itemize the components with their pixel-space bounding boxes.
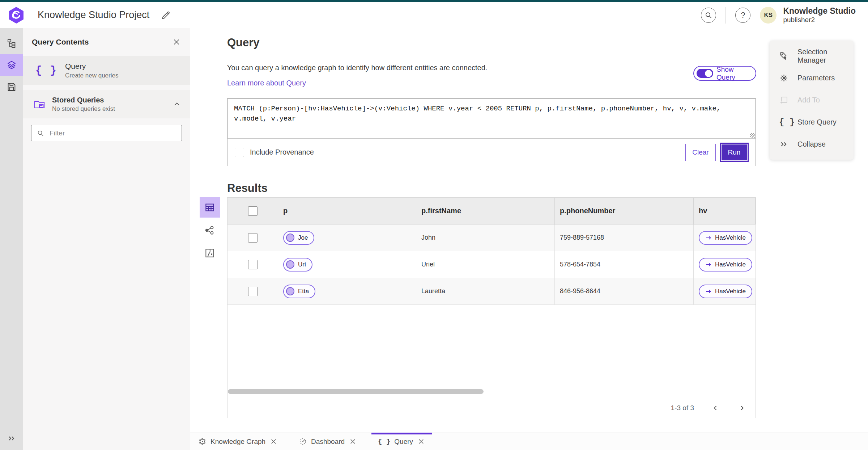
- parameters-button[interactable]: Parameters: [770, 67, 854, 89]
- query-editor[interactable]: MATCH (p:Person)-[hv:HasVehicle]->(v:Veh…: [227, 99, 756, 138]
- table-row[interactable]: Joe John 759-889-57168 HasVehicle: [227, 224, 756, 251]
- filter-box: [31, 125, 182, 141]
- tab-query[interactable]: { } Query: [377, 433, 426, 450]
- menu-item-label: Selection Manager: [797, 48, 854, 64]
- cell-value: Lauretta: [421, 287, 445, 295]
- panel-item-query[interactable]: { } Query Create new queries: [23, 56, 190, 85]
- map-view-icon: [204, 247, 216, 259]
- gear-icon: [779, 73, 789, 83]
- view-graph-button[interactable]: [200, 220, 220, 240]
- row-checkbox[interactable]: [248, 260, 258, 269]
- panel-header: Query Contents: [23, 28, 190, 56]
- edge-pill[interactable]: HasVehicle: [699, 285, 752, 298]
- node-icon: [286, 234, 294, 242]
- chevron-up-icon[interactable]: [173, 100, 181, 109]
- query-tools-menu: Selection Manager Parameters Add To { } …: [770, 41, 854, 160]
- node-label: Joe: [298, 234, 308, 241]
- arrow-right-icon: [705, 288, 712, 295]
- tab-knowledge-graph[interactable]: Knowledge Graph: [197, 433, 278, 450]
- node-pill[interactable]: Uri: [283, 258, 312, 272]
- select-all-checkbox[interactable]: [248, 206, 258, 216]
- edge-pill[interactable]: HasVehicle: [699, 258, 752, 272]
- user-name: Knowledge Studio: [783, 6, 856, 16]
- firstname-cell: Uriel: [416, 251, 555, 278]
- avatar[interactable]: KS: [760, 7, 776, 24]
- store-query-button[interactable]: { } Store Query: [770, 111, 854, 133]
- node-cell: Joe: [278, 224, 416, 251]
- cell-value: John: [421, 234, 435, 241]
- edge-label: HasVehicle: [715, 288, 746, 295]
- rail-item-save[interactable]: [0, 76, 23, 98]
- filter-input[interactable]: [49, 129, 176, 138]
- stored-queries-section[interactable]: Stored Queries No stored queries exist: [23, 90, 190, 118]
- row-checkbox[interactable]: [248, 287, 258, 296]
- resize-handle[interactable]: [750, 133, 755, 138]
- pagination-range: 1-3 of 3: [671, 404, 694, 412]
- view-map-button[interactable]: [200, 243, 220, 263]
- scrollbar-thumb[interactable]: [228, 389, 484, 394]
- stored-queries-description: No stored queries exist: [52, 105, 115, 113]
- column-header-firstname[interactable]: p.firstName: [416, 198, 555, 224]
- search-icon: [704, 11, 713, 20]
- edge-pill[interactable]: HasVehicle: [699, 231, 752, 245]
- braces-icon: { }: [779, 117, 789, 127]
- collapse-button[interactable]: Collapse: [770, 133, 854, 155]
- panel-item-description: Create new queries: [65, 72, 118, 79]
- panel-title: Query Contents: [32, 38, 89, 46]
- show-query-toggle[interactable]: Show Query: [693, 66, 756, 81]
- rail-item-layers[interactable]: [0, 54, 23, 76]
- arrow-right-icon: [705, 261, 712, 268]
- close-tab-icon[interactable]: [349, 437, 357, 446]
- column-header-phonenumber[interactable]: p.phoneNumber: [555, 198, 694, 224]
- action-buttons: Clear Run: [685, 144, 749, 161]
- cell-value: 578-654-7854: [560, 261, 600, 268]
- main-content: Query You can query a knowledge graph to…: [190, 28, 868, 433]
- run-button[interactable]: Run: [721, 144, 748, 161]
- rail-item-hierarchy[interactable]: [0, 33, 23, 54]
- clear-button[interactable]: Clear: [685, 144, 716, 161]
- close-tab-icon[interactable]: [269, 437, 278, 446]
- learn-more-link[interactable]: Learn more about Query: [227, 79, 306, 87]
- row-checkbox[interactable]: [248, 233, 258, 243]
- firstname-cell: John: [416, 224, 555, 251]
- row-select-cell: [227, 278, 278, 304]
- horizontal-scrollbar: [228, 389, 756, 394]
- expand-rail-button[interactable]: [0, 430, 23, 446]
- query-page-title: Query: [227, 36, 260, 49]
- query-editor-box: MATCH (p:Person)-[hv:HasVehicle]->(v:Veh…: [227, 98, 756, 139]
- app-window: Knowledge Studio Project ? KS Knowledge …: [0, 0, 868, 450]
- table-row[interactable]: Etta Lauretta 846-956-8644 HasVehicle: [227, 278, 756, 305]
- active-tab-indicator: [371, 433, 432, 434]
- braces-icon: { }: [378, 438, 390, 446]
- tab-label: Dashboard: [311, 438, 345, 446]
- column-header-p[interactable]: p: [278, 198, 416, 224]
- help-button[interactable]: ?: [735, 8, 750, 23]
- close-tab-icon[interactable]: [417, 437, 425, 446]
- include-provenance-checkbox[interactable]: [235, 148, 244, 157]
- selection-manager-button[interactable]: Selection Manager: [770, 45, 854, 67]
- node-pill[interactable]: Etta: [283, 285, 315, 298]
- phonenumber-cell: 578-654-7854: [555, 251, 694, 278]
- next-page-button[interactable]: [737, 403, 748, 413]
- close-panel-icon[interactable]: [172, 37, 181, 47]
- show-query-label: Show Query: [716, 66, 750, 81]
- add-to-icon: [779, 95, 789, 105]
- tab-dashboard[interactable]: Dashboard: [298, 433, 358, 450]
- edit-title-icon[interactable]: [160, 10, 171, 21]
- node-label: Etta: [298, 288, 309, 295]
- header-select-all-cell: [227, 198, 278, 224]
- table-row[interactable]: Uri Uriel 578-654-7854 HasVehicle: [227, 251, 756, 278]
- previous-page-button[interactable]: [710, 403, 721, 413]
- search-button[interactable]: [701, 8, 716, 23]
- toggle-switch[interactable]: [697, 69, 713, 78]
- stored-queries-label: Stored Queries: [52, 96, 115, 104]
- view-table-button[interactable]: [200, 197, 220, 218]
- panel-item-label: Query: [65, 62, 118, 71]
- header-actions: ? KS Knowledge Studio publisher2: [701, 6, 856, 24]
- help-icon: ?: [741, 10, 745, 20]
- node-pill[interactable]: Joe: [283, 231, 314, 245]
- column-header-hv[interactable]: hv: [694, 198, 756, 224]
- app-header: Knowledge Studio Project ? KS Knowledge …: [0, 2, 868, 28]
- dashboard-icon: [299, 437, 307, 446]
- menu-item-label: Add To: [797, 96, 820, 104]
